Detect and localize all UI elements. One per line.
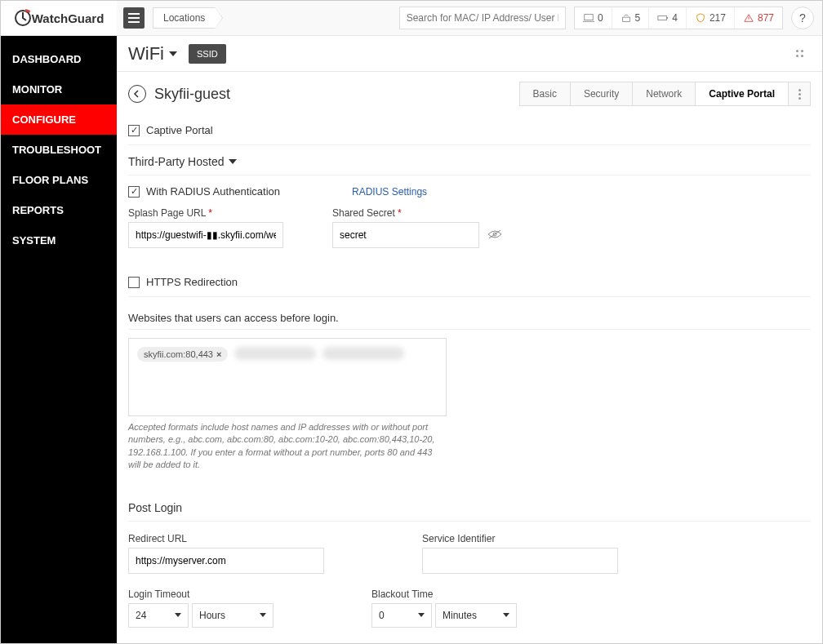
sidebar: WatchGuard DASHBOARD MONITOR CONFIGURE T… bbox=[1, 1, 117, 643]
service-id-label: Service Identifier bbox=[422, 533, 618, 544]
tag-text: skyfii.com:80,443 bbox=[144, 349, 213, 359]
chevron-down-icon bbox=[260, 613, 266, 617]
host-mode-label: Third-Party Hosted bbox=[128, 155, 224, 168]
main: Locations 0 5 4 bbox=[117, 1, 822, 643]
select-value: Minutes bbox=[443, 610, 477, 621]
shared-secret-input[interactable] bbox=[332, 222, 479, 248]
stat-laptop[interactable]: 0 bbox=[575, 7, 612, 29]
walled-garden-hint: Accepted formats include host names and … bbox=[128, 416, 447, 472]
shared-secret-label: Shared Secret bbox=[332, 207, 502, 219]
tab-more-icon[interactable] bbox=[789, 82, 810, 105]
chevron-down-icon bbox=[175, 613, 181, 617]
arrow-left-icon bbox=[133, 90, 141, 98]
tab-security[interactable]: Security bbox=[571, 82, 633, 105]
splash-url-label: Splash Page URL bbox=[128, 207, 283, 219]
blackout-label: Blackout Time bbox=[371, 588, 517, 600]
sidebar-item-troubleshoot[interactable]: TROUBLESHOOT bbox=[1, 135, 117, 165]
alert-icon bbox=[743, 13, 754, 23]
redirect-url-input[interactable] bbox=[128, 548, 324, 574]
breadcrumb[interactable]: Locations bbox=[153, 7, 216, 29]
stat-shield[interactable]: 217 bbox=[687, 7, 735, 29]
menu-icon[interactable] bbox=[123, 7, 145, 29]
section-title[interactable]: WiFi bbox=[128, 43, 177, 64]
svg-rect-4 bbox=[658, 16, 667, 20]
host-mode-dropdown[interactable]: Third-Party Hosted bbox=[128, 145, 811, 175]
https-redirect-label: HTTPS Redirection bbox=[146, 276, 238, 288]
help-icon[interactable]: ? bbox=[791, 7, 814, 29]
topbar: Locations 0 5 4 bbox=[117, 1, 822, 36]
stat-value: 0 bbox=[598, 12, 603, 24]
nav: DASHBOARD MONITOR CONFIGURE TROUBLESHOOT… bbox=[1, 36, 117, 255]
stat-ap[interactable]: 5 bbox=[612, 7, 650, 29]
tag-blur bbox=[323, 347, 404, 360]
eye-icon[interactable] bbox=[487, 229, 502, 242]
https-redirect-checkbox[interactable] bbox=[128, 277, 140, 288]
tag-blur bbox=[234, 347, 316, 360]
more-icon[interactable] bbox=[796, 50, 811, 57]
chevron-down-icon bbox=[503, 613, 509, 617]
logo[interactable]: WatchGuard bbox=[1, 1, 117, 36]
blackout-value-select[interactable]: 0 bbox=[371, 603, 432, 628]
shield-icon bbox=[695, 13, 706, 23]
sidebar-item-floorplans[interactable]: FLOOR PLANS bbox=[1, 165, 117, 195]
battery-icon bbox=[657, 13, 669, 23]
tab-basic[interactable]: Basic bbox=[520, 82, 571, 105]
radius-auth-checkbox[interactable]: ✓ bbox=[128, 186, 140, 198]
svg-rect-2 bbox=[585, 15, 594, 20]
stat-alert[interactable]: 877 bbox=[735, 7, 782, 29]
ap-icon bbox=[621, 13, 632, 23]
stats-bar: 0 5 4 217 877 bbox=[574, 7, 783, 29]
svg-rect-3 bbox=[622, 17, 629, 21]
select-value: Hours bbox=[199, 610, 225, 621]
back-button[interactable] bbox=[128, 85, 146, 103]
walled-garden-input[interactable]: skyfii.com:80,443 × bbox=[128, 338, 447, 416]
select-value: 24 bbox=[136, 610, 146, 621]
stat-value: 4 bbox=[672, 12, 678, 24]
radius-auth-label: With RADIUS Authentication bbox=[146, 185, 280, 198]
tag-item[interactable]: skyfii.com:80,443 × bbox=[137, 347, 228, 362]
sidebar-item-monitor[interactable]: MONITOR bbox=[1, 74, 117, 104]
tabs: Basic Security Network Captive Portal bbox=[519, 82, 811, 106]
splash-url-input[interactable] bbox=[128, 222, 283, 248]
sidebar-item-dashboard[interactable]: DASHBOARD bbox=[1, 44, 117, 74]
svg-rect-5 bbox=[667, 17, 669, 19]
page-title: Skyfii-guest bbox=[154, 86, 230, 103]
tab-network[interactable]: Network bbox=[633, 82, 696, 105]
search-input[interactable] bbox=[399, 7, 566, 29]
content: ✓ Captive Portal Third-Party Hosted ✓ Wi… bbox=[117, 113, 822, 643]
select-value: 0 bbox=[379, 610, 385, 621]
section-label: WiFi bbox=[128, 43, 164, 64]
search bbox=[399, 7, 566, 29]
sidebar-item-reports[interactable]: REPORTS bbox=[1, 195, 117, 225]
stat-value: 877 bbox=[758, 12, 774, 24]
page-header: Skyfii-guest Basic Security Network Capt… bbox=[117, 72, 822, 113]
captive-portal-checkbox[interactable]: ✓ bbox=[128, 125, 140, 136]
stat-battery[interactable]: 4 bbox=[649, 7, 687, 29]
pre-login-label: Websites that users can access before lo… bbox=[128, 297, 811, 330]
service-id-input[interactable] bbox=[422, 548, 618, 574]
login-timeout-label: Login Timeout bbox=[128, 588, 274, 600]
sidebar-item-system[interactable]: SYSTEM bbox=[1, 225, 117, 255]
stat-value: 5 bbox=[635, 12, 641, 24]
login-timeout-unit-select[interactable]: Hours bbox=[192, 603, 274, 628]
radius-settings-link[interactable]: RADIUS Settings bbox=[352, 186, 427, 198]
tag-remove-icon[interactable]: × bbox=[216, 349, 221, 359]
post-login-header: Post Login bbox=[128, 472, 811, 522]
logo-text: WatchGuard bbox=[32, 11, 105, 25]
sidebar-item-configure[interactable]: CONFIGURE bbox=[1, 104, 117, 135]
stat-value: 217 bbox=[710, 12, 726, 24]
redirect-url-label: Redirect URL bbox=[128, 533, 324, 544]
chevron-down-icon bbox=[169, 51, 177, 56]
laptop-icon bbox=[583, 13, 594, 23]
tab-captive-portal[interactable]: Captive Portal bbox=[696, 82, 789, 105]
captive-portal-label: Captive Portal bbox=[146, 124, 213, 136]
chevron-down-icon bbox=[229, 159, 237, 164]
blackout-unit-select[interactable]: Minutes bbox=[435, 603, 517, 628]
login-timeout-value-select[interactable]: 24 bbox=[128, 603, 189, 628]
chevron-down-icon bbox=[418, 613, 425, 617]
logo-icon bbox=[14, 9, 32, 27]
ssid-pill[interactable]: SSID bbox=[189, 44, 226, 64]
subheader: WiFi SSID bbox=[117, 36, 822, 72]
